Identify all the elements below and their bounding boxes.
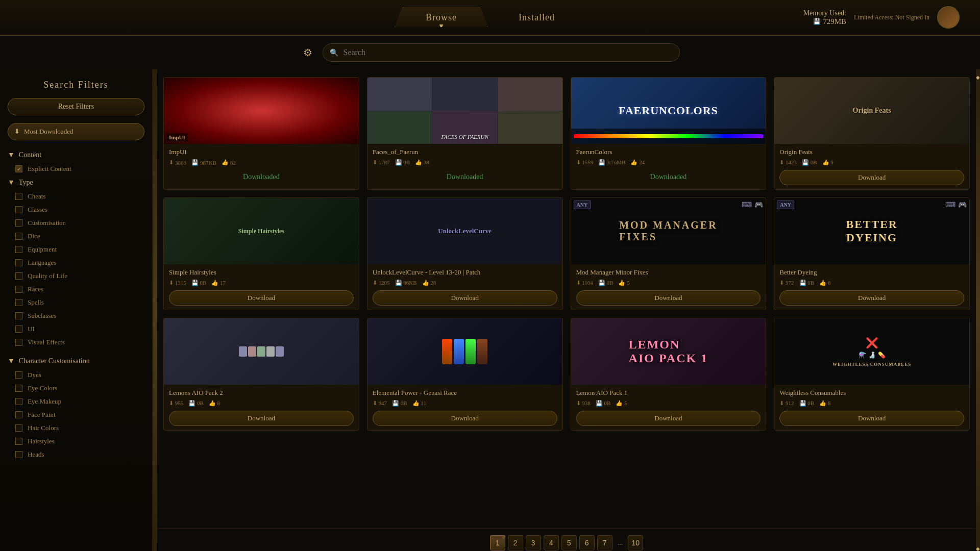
downloaded-button-faerun[interactable]: Downloaded	[576, 170, 761, 184]
filter-cheats[interactable]: Cheats	[8, 190, 144, 203]
mod-info-impui: ImpUI ⬇ 3869 💾 987KB 👍 62 Downloaded	[164, 144, 359, 188]
face-paint-checkbox[interactable]	[15, 411, 22, 418]
filter-equipment[interactable]: Equipment	[8, 243, 144, 256]
char-section-label: Character Customisation	[19, 357, 90, 365]
page-button-3[interactable]: 3	[526, 535, 541, 550]
page-button-10[interactable]: 10	[628, 535, 643, 550]
filter-heads[interactable]: Heads	[8, 448, 144, 461]
mod-info-unlock: UnlockLevelCurve - Level 13-20 | Patch ⬇…	[368, 264, 562, 310]
page-button-5[interactable]: 5	[561, 535, 577, 550]
page-button-6[interactable]: 6	[579, 535, 595, 550]
filter-eye-makeup[interactable]: Eye Makeup	[8, 395, 144, 408]
filter-languages[interactable]: Languages	[8, 256, 144, 269]
filter-ui[interactable]: UI	[8, 322, 144, 336]
filter-hair-colors[interactable]: Hair Colors	[8, 421, 144, 435]
filter-quality-of-life[interactable]: Quality of Life	[8, 269, 144, 283]
downloaded-button-faces[interactable]: Downloaded	[373, 170, 557, 184]
classes-checkbox[interactable]	[15, 206, 22, 213]
mod-card-origin[interactable]: Origin Feats Origin Feats ⬇ 1423 💾 0B 👍 …	[774, 77, 970, 190]
filter-classes[interactable]: Classes	[8, 203, 144, 216]
mod-stats-impui: ⬇ 3869 💾 987KB 👍 62	[169, 159, 354, 166]
char-section-header[interactable]: ▼ Character Customisation	[8, 354, 144, 368]
filter-races[interactable]: Races	[8, 283, 144, 296]
quality-checkbox[interactable]	[15, 272, 22, 280]
likes-stat: 👍 24	[630, 159, 645, 166]
mod-stats-hairstyles: ⬇ 1315 💾 0B 👍 17	[169, 280, 354, 286]
filter-hairstyles[interactable]: Hairstyles	[8, 435, 144, 448]
subclasses-checkbox[interactable]	[15, 312, 22, 319]
mod-name-weightless: Weightless Consumables	[779, 389, 964, 397]
page-button-4[interactable]: 4	[544, 535, 559, 550]
filter-subclasses[interactable]: Subclasses	[8, 309, 144, 322]
mod-card-faces[interactable]: FACES OF FAERUN Faces_of_Faerun ⬇ 1787 💾…	[367, 77, 563, 190]
mod-card-lemon2[interactable]: LEMONAIO PACK 1 Lemon AIO Pack 1 ⬇ 938 💾…	[571, 318, 767, 431]
download-button-elemental[interactable]: Download	[373, 411, 557, 426]
mod-card-dyeing[interactable]: BETTERDYEING ANY ⌨ 🎮 Better Dyeing ⬇ 972	[774, 197, 970, 310]
browse-tab[interactable]: Browse	[395, 8, 488, 27]
mod-card-lemons[interactable]: Lemons AIO Pack 2 ⬇ 955 💾 0B 👍 8 Downloa…	[163, 318, 359, 431]
mod-card-elemental[interactable]: Elemental Power - Genasi Race ⬇ 947 💾 0B…	[367, 318, 563, 431]
mod-stats-dyeing: ⬇ 972 💾 0B 👍 6	[779, 280, 964, 286]
filter-visual-effects[interactable]: Visual Effects	[8, 336, 144, 349]
download-button-unlock[interactable]: Download	[373, 290, 557, 306]
eye-makeup-label: Eye Makeup	[28, 397, 61, 406]
download-button-dyeing[interactable]: Download	[779, 290, 964, 306]
search-wrapper: 🔍	[323, 43, 680, 62]
avatar[interactable]	[937, 6, 960, 29]
download-button-hairstyles[interactable]: Download	[169, 290, 354, 306]
mod-card-hairstyles[interactable]: Simple Hairstyles Simple Hairstyles ⬇ 13…	[163, 197, 359, 310]
download-button-lemons[interactable]: Download	[169, 411, 354, 426]
downloaded-button-impui[interactable]: Downloaded	[169, 170, 354, 184]
type-arrow-icon: ▼	[8, 179, 15, 187]
type-section-header[interactable]: ▼ Type	[8, 176, 144, 190]
mod-card-unlock[interactable]: UnlockLevelCurve UnlockLevelCurve - Leve…	[367, 197, 563, 310]
size-stat: 💾 0B	[799, 400, 815, 407]
mod-card-modmanager[interactable]: MOD MANAGERFIXES ANY ⌨ 🎮 Mod Manager Min…	[571, 197, 767, 310]
download-button-weightless[interactable]: Download	[779, 411, 964, 426]
size-stat: 💾 0B	[598, 280, 614, 286]
download-button-lemon2[interactable]: Download	[576, 411, 761, 426]
cheats-checkbox[interactable]	[15, 193, 22, 200]
spells-checkbox[interactable]	[15, 299, 22, 306]
races-checkbox[interactable]	[15, 286, 22, 293]
dice-checkbox[interactable]	[15, 233, 22, 240]
filter-spells[interactable]: Spells	[8, 296, 144, 309]
mod-card-impui[interactable]: ImpUI ImpUI ⬇ 3869 💾 987KB 👍 62 Download…	[163, 77, 359, 190]
dyes-checkbox[interactable]	[15, 371, 22, 379]
filter-toggle-button[interactable]: ⚙	[301, 44, 315, 61]
eye-makeup-checkbox[interactable]	[15, 398, 22, 405]
ui-checkbox[interactable]	[15, 325, 22, 333]
mod-card-faerun[interactable]: FAERUNCOLORS FaerunColors ⬇ 1559 💾 3.76M…	[571, 77, 767, 190]
mod-card-weightless[interactable]: ❌ ⚗️ 🍶 💊 WEIGHTLESS CONSUMABLES	[774, 318, 970, 431]
page-button-2[interactable]: 2	[508, 535, 523, 550]
dyeing-text: BETTERDYEING	[846, 218, 897, 245]
page-button-1[interactable]: 1	[490, 535, 505, 550]
filter-customisation[interactable]: Customisation	[8, 216, 144, 230]
eye-colors-checkbox[interactable]	[15, 385, 22, 392]
reset-filters-button[interactable]: Reset Filters	[8, 98, 144, 115]
filter-eye-colors[interactable]: Eye Colors	[8, 382, 144, 395]
customisation-checkbox[interactable]	[15, 219, 22, 227]
page-button-7[interactable]: 7	[597, 535, 612, 550]
filter-dyes[interactable]: Dyes	[8, 368, 144, 382]
sidebar: Search Filters Reset Filters ⬇ Most Down…	[0, 69, 153, 551]
download-button-origin[interactable]: Download	[779, 170, 964, 185]
heads-checkbox[interactable]	[15, 451, 22, 458]
explicit-content-filter[interactable]: Explicit Content	[8, 162, 144, 176]
search-input[interactable]	[323, 43, 680, 62]
explicit-checkbox[interactable]	[15, 165, 22, 172]
download-button-modmanager[interactable]: Download	[576, 290, 761, 306]
filter-face-paint[interactable]: Face Paint	[8, 408, 144, 421]
keyboard-icon: ⌨	[742, 201, 752, 209]
filter-dice[interactable]: Dice	[8, 230, 144, 243]
top-navigation: Browse Installed Memory Used: 💾 729MB Li…	[0, 0, 980, 36]
hair-colors-checkbox[interactable]	[15, 424, 22, 432]
hairstyles-checkbox[interactable]	[15, 438, 22, 445]
sort-selector[interactable]: ⬇ Most Downloaded	[8, 123, 144, 140]
installed-tab[interactable]: Installed	[488, 8, 585, 27]
equipment-checkbox[interactable]	[15, 246, 22, 253]
content-section-header[interactable]: ▼ Content	[8, 148, 144, 162]
mod-thumbnail-hairstyles: Simple Hairstyles	[164, 198, 359, 264]
visual-checkbox[interactable]	[15, 339, 22, 346]
languages-checkbox[interactable]	[15, 259, 22, 266]
